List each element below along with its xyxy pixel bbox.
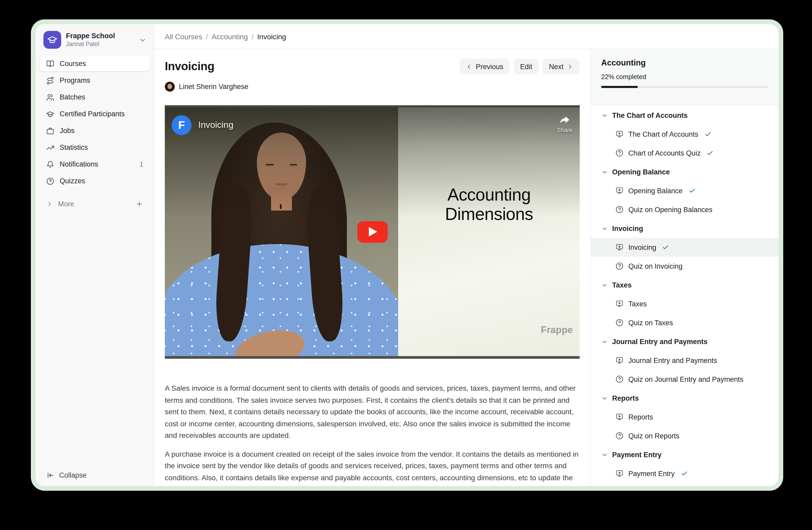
lesson-item-label: Invoicing xyxy=(628,243,656,251)
chevron-down-icon[interactable] xyxy=(139,36,146,44)
sidebar-item-courses[interactable]: Courses xyxy=(40,56,150,71)
lesson-item-the-chart-of-accounts[interactable]: The Chart of Accounts xyxy=(591,125,779,143)
lesson-item-taxes[interactable]: Taxes xyxy=(591,294,779,313)
share-label: Share xyxy=(557,127,572,133)
course-title: Accounting xyxy=(601,58,768,68)
outline-section-the-chart-of-accounts[interactable]: The Chart of Accounts xyxy=(591,106,779,125)
sidebar-item-statistics[interactable]: Statistics xyxy=(40,140,150,155)
video-thumbnail: Accounting Dimensions F Invoicing Share xyxy=(165,107,580,356)
lesson-item-reports[interactable]: Reports xyxy=(591,407,779,426)
lesson-item-label: Quiz on Invoicing xyxy=(628,262,682,270)
outline-section-title: Taxes xyxy=(612,281,632,289)
sidebar-item-quizzes[interactable]: Quizzes xyxy=(40,173,150,189)
sidebar-item-batches[interactable]: Batches xyxy=(40,89,150,105)
chevron-down-icon xyxy=(601,225,608,232)
lesson-item-label: Taxes xyxy=(628,300,647,308)
quiz-icon xyxy=(615,149,624,157)
lesson-item-quiz-on-invoicing[interactable]: Quiz on Invoicing xyxy=(591,256,779,276)
chevron-down-icon xyxy=(601,338,608,345)
lesson-item-quiz-on-journal-entry-and-payments[interactable]: Quiz on Journal Entry and Payments xyxy=(591,370,779,389)
author-row: Linet Sherin Varghese xyxy=(165,82,580,92)
outline-section-journal-entry-and-payments[interactable]: Journal Entry and Payments xyxy=(591,332,779,351)
chevron-down-icon xyxy=(601,168,608,175)
breadcrumb-link-accounting[interactable]: Accounting xyxy=(212,32,248,41)
outline-section-taxes[interactable]: Taxes xyxy=(591,276,779,294)
outline-section-reports[interactable]: Reports xyxy=(591,389,779,407)
chevron-down-icon xyxy=(601,395,608,402)
play-button[interactable] xyxy=(357,221,388,242)
outline-section-title: Invoicing xyxy=(612,224,643,232)
completed-check-icon xyxy=(706,149,714,157)
collapse-sidebar-icon xyxy=(46,471,54,479)
completed-check-icon xyxy=(688,187,696,194)
lesson-item-invoicing[interactable]: Invoicing xyxy=(591,238,779,256)
sidebar-collapse-button[interactable]: Collapse xyxy=(46,471,87,479)
frappe-school-logo-icon xyxy=(43,31,61,49)
edit-label: Edit xyxy=(520,62,532,70)
completed-check-icon xyxy=(662,243,669,251)
lesson-item-payment-entry[interactable]: Payment Entry xyxy=(591,464,779,483)
briefcase-icon xyxy=(46,126,54,135)
chevron-down-icon xyxy=(601,112,608,118)
lesson-nav-buttons: Previous Edit Next xyxy=(460,59,580,74)
chevron-right-icon xyxy=(567,63,574,70)
lesson-item-chart-of-accounts-quiz[interactable]: Chart of Accounts Quiz xyxy=(591,143,779,162)
video-title[interactable]: Invoicing xyxy=(198,120,233,130)
route-icon xyxy=(46,76,54,85)
collapse-label: Collapse xyxy=(59,471,87,479)
lesson-main: Invoicing Previous Edit xyxy=(154,49,590,486)
lesson-item-label: Payment Entry xyxy=(628,470,675,477)
share-button[interactable]: Share xyxy=(557,114,572,133)
workspace-names: Frappe School Jannat Patel xyxy=(66,32,115,48)
slide-title: Accounting Dimensions xyxy=(423,185,554,356)
sidebar-item-certified-participants[interactable]: Certified Participants xyxy=(40,106,150,122)
body-row: Invoicing Previous Edit xyxy=(154,49,779,486)
workspace-switcher[interactable]: Frappe School Jannat Patel xyxy=(35,24,154,54)
completed-check-icon xyxy=(680,470,688,477)
breadcrumb-separator: / xyxy=(206,32,208,41)
chevron-down-icon xyxy=(601,281,608,288)
outline-section-invoicing[interactable]: Invoicing xyxy=(591,219,779,238)
previous-button[interactable]: Previous xyxy=(460,59,510,74)
completed-check-icon xyxy=(704,130,711,138)
course-header: Accounting 22% completed xyxy=(591,49,779,105)
sidebar-more-toggle[interactable]: More xyxy=(40,197,150,211)
sidebar-item-programs[interactable]: Programs xyxy=(40,73,150,88)
screen: Frappe School Jannat Patel CoursesProgra… xyxy=(0,0,812,530)
lesson-item-label: The Chart of Accounts xyxy=(628,130,698,138)
breadcrumb-current: Invoicing xyxy=(257,32,286,41)
video-lesson-icon xyxy=(615,413,624,421)
chevron-down-icon xyxy=(601,451,608,458)
lesson-item-quiz-on-reports[interactable]: Quiz on Reports xyxy=(591,426,779,445)
sidebar-item-notifications[interactable]: Notifications1 xyxy=(40,157,150,172)
progress-bar-fill xyxy=(601,86,638,88)
lesson-item-label: Quiz on Reports xyxy=(628,432,679,440)
frappe-watermark: Frappe xyxy=(541,325,573,336)
graduation-cap-icon xyxy=(46,110,54,118)
sidebar-item-jobs[interactable]: Jobs xyxy=(40,123,150,138)
outline-section-title: The Chart of Accounts xyxy=(612,111,688,119)
next-button[interactable]: Next xyxy=(542,59,580,74)
chevron-right-icon xyxy=(46,200,53,207)
lesson-item-label: Quiz on Opening Balances xyxy=(628,206,712,213)
breadcrumb-link-all-courses[interactable]: All Courses xyxy=(165,32,202,41)
video-player[interactable]: Accounting Dimensions F Invoicing Share xyxy=(165,105,580,359)
lesson-item-journal-entry-and-payments[interactable]: Journal Entry and Payments xyxy=(591,351,779,370)
edit-button[interactable]: Edit xyxy=(514,59,539,74)
author-name: Linet Sherin Varghese xyxy=(179,83,248,90)
outline-section-payment-entry[interactable]: Payment Entry xyxy=(591,445,779,464)
quiz-icon xyxy=(615,318,624,327)
lesson-item-opening-balance[interactable]: Opening Balance xyxy=(591,181,779,200)
lesson-item-quiz-on-opening-balances[interactable]: Quiz on Opening Balances xyxy=(591,200,779,219)
channel-avatar[interactable]: F xyxy=(172,115,191,135)
plus-icon[interactable] xyxy=(135,200,143,208)
outline-section-title: Journal Entry and Payments xyxy=(612,337,708,345)
chevron-left-icon xyxy=(466,63,473,70)
sidebar-item-label: Notifications xyxy=(60,160,98,168)
breadcrumb: All Courses/Accounting/Invoicing xyxy=(165,32,286,41)
video-lesson-icon xyxy=(615,186,624,195)
breadcrumb-separator: / xyxy=(252,32,254,41)
outline-section-opening-balance[interactable]: Opening Balance xyxy=(591,162,779,181)
lesson-paragraph: A Sales invoice is a formal document sen… xyxy=(165,382,580,441)
lesson-item-quiz-on-taxes[interactable]: Quiz on Taxes xyxy=(591,313,779,332)
